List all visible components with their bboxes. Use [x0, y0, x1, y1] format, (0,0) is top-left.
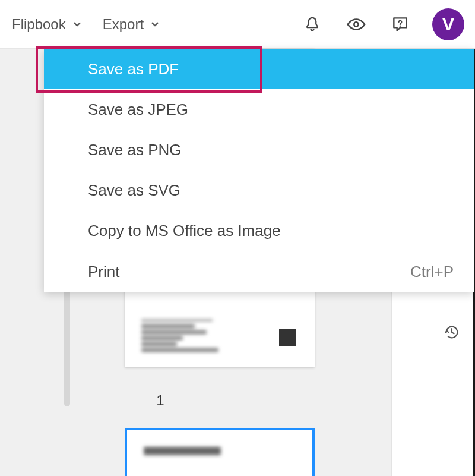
menu-item-label: Save as JPEG — [88, 100, 188, 119]
top-toolbar: Flipbook Export V — [0, 0, 475, 49]
menu-item-label: Save as PDF — [88, 60, 179, 78]
notifications-button[interactable] — [300, 12, 324, 36]
avatar-initial: V — [442, 14, 454, 34]
preview-button[interactable] — [344, 12, 368, 36]
bell-icon — [303, 15, 321, 33]
eye-icon — [346, 14, 366, 34]
menu-item-copy-office[interactable]: Copy to MS Office as Image — [44, 210, 474, 251]
chevron-down-icon — [150, 19, 160, 30]
svg-point-1 — [400, 25, 401, 26]
export-dropdown[interactable]: Export — [103, 16, 160, 33]
menu-item-label: Save as SVG — [88, 181, 180, 200]
menu-item-save-jpeg[interactable]: Save as JPEG — [44, 89, 474, 130]
page-number-1: 1 — [0, 392, 321, 409]
help-button[interactable] — [388, 12, 412, 36]
menu-item-label: Save as PNG — [88, 141, 182, 159]
menu-item-save-png[interactable]: Save as PNG — [44, 130, 474, 170]
export-label: Export — [103, 16, 144, 33]
page-thumb-2-selected[interactable] — [125, 428, 315, 476]
flipbook-label: Flipbook — [12, 16, 66, 33]
menu-item-label: Copy to MS Office as Image — [88, 222, 281, 240]
chevron-down-icon — [72, 19, 83, 30]
export-menu: Save as PDF Save as JPEG Save as PNG Sav… — [44, 49, 474, 292]
history-button[interactable] — [442, 322, 462, 342]
help-icon — [391, 15, 410, 34]
menu-item-shortcut: Ctrl+P — [410, 263, 454, 281]
avatar[interactable]: V — [432, 8, 464, 40]
svg-point-0 — [354, 22, 358, 26]
menu-item-label: Print — [88, 263, 119, 281]
history-icon — [444, 324, 460, 341]
image-placeholder — [279, 329, 296, 346]
flipbook-dropdown[interactable]: Flipbook — [12, 16, 83, 33]
menu-item-print[interactable]: Print Ctrl+P — [44, 251, 474, 292]
toolbar-icons: V — [300, 8, 464, 40]
menu-item-save-svg[interactable]: Save as SVG — [44, 170, 474, 210]
menu-item-save-pdf[interactable]: Save as PDF — [44, 49, 474, 89]
